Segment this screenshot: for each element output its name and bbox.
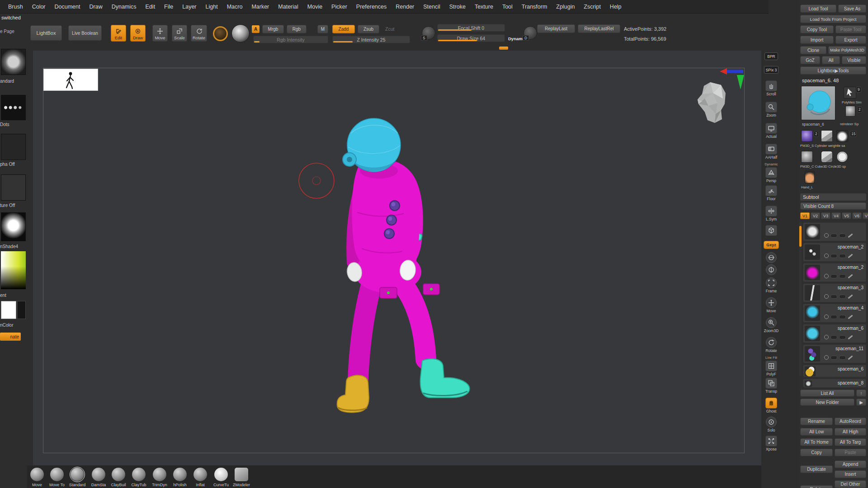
solo-button[interactable]: Solo	[761, 417, 781, 432]
paste-subtool-button[interactable]: Paste	[835, 449, 866, 456]
brush-move-topological[interactable]: Move To	[47, 468, 67, 487]
lightbox-tools-button[interactable]: Lightbox▶Tools	[800, 66, 866, 75]
brush-move[interactable]: Move	[27, 468, 47, 487]
paint-toggle-icon[interactable]	[830, 274, 837, 278]
paint-toggle-icon[interactable]	[830, 356, 837, 360]
menu-dynamics[interactable]: Dynamics	[107, 4, 141, 10]
sculpt-toggle-icon[interactable]	[839, 315, 846, 319]
tool-slot-reindeer[interactable]	[845, 106, 855, 117]
tool-slot-cylinder[interactable]	[821, 130, 833, 142]
color-picker[interactable]	[1, 251, 26, 289]
nav-rotate-button[interactable]: Rotate	[761, 337, 781, 353]
subtool-scrollbar-track[interactable]	[799, 222, 802, 376]
zcut-button[interactable]: Zcut	[385, 26, 394, 32]
paint-toggle-icon[interactable]	[830, 335, 837, 339]
paint-toggle-icon[interactable]	[830, 315, 837, 319]
pencil-icon[interactable]	[848, 253, 853, 258]
append-button[interactable]: Append	[835, 460, 866, 468]
draw-button[interactable]: Draw	[130, 25, 146, 42]
brush-trimdynamic[interactable]: TrimDyn	[150, 468, 170, 487]
eye-icon[interactable]	[824, 335, 829, 339]
secondary-color-swatch[interactable]	[17, 301, 26, 319]
tool-slot-weightless[interactable]	[836, 130, 848, 142]
menu-help[interactable]: Help	[605, 4, 626, 10]
copy-subtool-button[interactable]: Copy	[800, 449, 833, 456]
duplicate-button[interactable]: Duplicate	[800, 465, 833, 473]
subtool-tab-v4[interactable]: V4	[831, 212, 841, 219]
brush-claytubes[interactable]: ClayTub	[129, 468, 149, 487]
menu-marker[interactable]: Marker	[247, 4, 274, 10]
pencil-icon[interactable]	[848, 314, 853, 319]
tool-slot-hand[interactable]	[805, 171, 815, 183]
delete-button[interactable]: Delete	[800, 485, 833, 488]
eye-icon[interactable]	[824, 233, 829, 238]
rename-button[interactable]: Rename	[800, 418, 833, 425]
subtool-thumb-7[interactable]	[805, 366, 816, 376]
ghost-button[interactable]: Ghost	[761, 398, 781, 413]
sculpt-toggle-icon[interactable]	[839, 356, 846, 360]
zadd-button[interactable]: Zadd	[332, 25, 355, 33]
subtool-row-3[interactable]: spaceman_3	[803, 283, 866, 302]
main-color-swatch[interactable]	[1, 301, 16, 319]
sculpt-toggle-icon[interactable]	[839, 234, 846, 238]
all-to-home-button[interactable]: All To Home	[800, 438, 833, 446]
all-to-target-button[interactable]: All To Targ	[835, 438, 866, 446]
orbit-h-button[interactable]	[761, 252, 781, 263]
tool-slot-polymesh[interactable]	[844, 87, 856, 99]
menu-macro[interactable]: Macro	[222, 4, 247, 10]
polyframe-button[interactable]: Line Fill PolyF	[761, 356, 781, 376]
texture-thumbnail[interactable]	[1, 174, 26, 201]
subtool-row-1[interactable]: spaceman_2	[803, 243, 866, 262]
eye-icon[interactable]	[824, 253, 829, 258]
list-all-button[interactable]: List All	[800, 389, 854, 397]
paint-toggle-icon[interactable]	[830, 254, 837, 258]
pencil-icon[interactable]	[848, 233, 853, 238]
see-through-button[interactable]	[761, 225, 781, 236]
subtool-thumb-4[interactable]	[805, 305, 820, 321]
scroll-button[interactable]: Scroll	[761, 80, 781, 96]
menu-preferences[interactable]: Preferences	[352, 4, 391, 10]
alternate-button[interactable]: nate	[0, 333, 21, 341]
lightbox-button[interactable]: LightBox	[30, 25, 62, 41]
brush-curvetube[interactable]: CurveTu	[211, 468, 231, 487]
folder-action-button[interactable]: ▶	[856, 399, 866, 406]
menu-document[interactable]: Document	[50, 4, 85, 10]
visible-count-button[interactable]: Visible Count 8	[800, 202, 866, 210]
new-folder-button[interactable]: New Folder	[800, 399, 854, 406]
eye-icon[interactable]	[824, 355, 829, 360]
current-material-sphere[interactable]	[231, 24, 250, 42]
zsub-button[interactable]: Zsub	[358, 25, 379, 33]
nav-move-button[interactable]: Move	[761, 297, 781, 313]
subtool-tab-v1[interactable]: V1	[800, 212, 810, 219]
pencil-icon[interactable]	[848, 294, 853, 299]
mrgb-button[interactable]: Mrgb	[262, 25, 284, 33]
orbit-v-button[interactable]	[761, 264, 781, 275]
menu-light[interactable]: Light	[201, 4, 222, 10]
menu-tool[interactable]: Tool	[498, 4, 517, 10]
copy-tool-button[interactable]: Copy Tool	[800, 25, 834, 33]
subtool-thumb-1[interactable]	[805, 244, 820, 260]
subtool-thumb-2[interactable]	[805, 265, 820, 280]
menu-zplugin[interactable]: Zplugin	[552, 4, 579, 10]
subtool-thumb-3[interactable]	[805, 285, 820, 300]
aahalf-button[interactable]: AAHalf	[761, 144, 781, 160]
bpr-button[interactable]: BPR	[761, 52, 781, 60]
subtool-tab-v2[interactable]: V2	[811, 212, 820, 219]
export-button[interactable]: Export	[835, 36, 866, 44]
subtool-thumb-0[interactable]	[805, 224, 820, 239]
paint-toggle-icon[interactable]	[830, 295, 837, 299]
current-brush-thumbnail[interactable]	[1, 49, 26, 75]
move-button[interactable]: Move	[152, 25, 168, 42]
subtool-row-0[interactable]	[803, 222, 866, 241]
sculpt-toggle-icon[interactable]	[839, 295, 846, 299]
floor-button[interactable]: Floor	[761, 185, 781, 201]
import-button[interactable]: Import	[800, 36, 834, 44]
load-tools-from-project-button[interactable]: Load Tools From Project	[800, 15, 866, 23]
subtool-up-button[interactable]: ↑	[856, 389, 866, 397]
sculpt-toggle-icon[interactable]	[839, 274, 846, 278]
insert-button[interactable]: Insert	[835, 470, 866, 478]
subtool-tab-v3[interactable]: V3	[821, 212, 830, 219]
brush-hpolish[interactable]: hPolish	[170, 468, 190, 487]
tray-divider-handle[interactable]	[499, 47, 508, 50]
pencil-icon[interactable]	[848, 274, 853, 278]
